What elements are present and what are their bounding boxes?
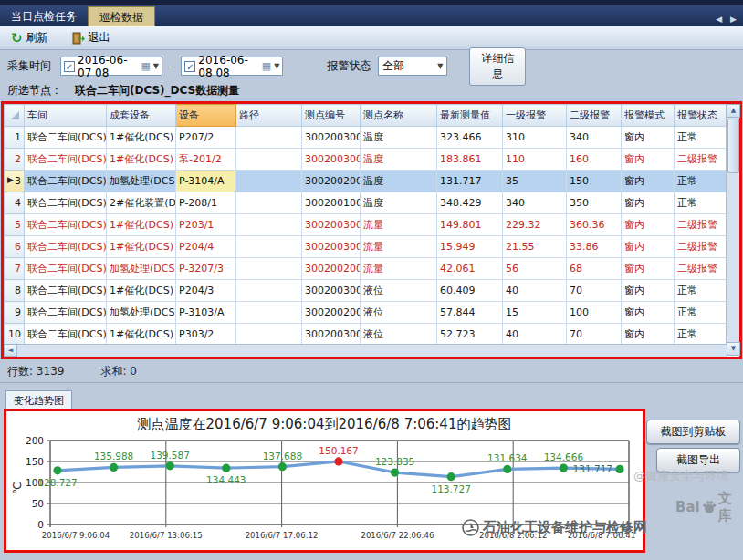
refresh-label: 刷新	[26, 30, 48, 46]
refresh-button[interactable]: ↻ 刷新	[5, 28, 54, 47]
svg-text:2016/6/7 17:06:12: 2016/6/7 17:06:12	[246, 531, 319, 540]
refresh-icon: ↻	[11, 33, 23, 44]
cell: 联合二车间(DCS)	[25, 214, 107, 236]
column-header-9[interactable]: 二级报警	[567, 105, 622, 127]
cell	[236, 192, 302, 214]
tab-daily-inspection[interactable]: 当日点检任务	[0, 5, 88, 26]
cell: 窗内	[622, 192, 675, 214]
cell: 300200200...	[302, 258, 361, 280]
column-header-7[interactable]: 最新测量值	[437, 105, 503, 127]
row-number: 6	[5, 236, 25, 258]
cell: P204/3	[176, 280, 236, 302]
table-row[interactable]: ▶3联合二车间(DCS)加氢处理(DCS)P-3104/A300200200..…	[5, 171, 727, 192]
tab-trend-chart[interactable]: 变化趋势图	[5, 390, 72, 410]
column-header-3[interactable]: 设备	[176, 105, 236, 127]
alarm-state-select[interactable]: 全部 ▼	[378, 57, 447, 76]
tab-scroll-arrows-icon[interactable]: ◀ ▶	[716, 15, 739, 24]
wenku-text: 文库	[718, 490, 743, 524]
row-number: ▶3	[5, 171, 25, 192]
tab-patrol-data[interactable]: 巡检数据	[88, 6, 155, 26]
cell: 加氢处理(DCS)	[107, 258, 176, 280]
table-row[interactable]: 10联合二车间(DCS)1#催化(DCS)P303/2300200300...液…	[5, 324, 727, 346]
cell	[236, 149, 302, 171]
table-row[interactable]: 7联合二车间(DCS)加氢处理(DCS)P-3207/3300200200...…	[5, 258, 727, 280]
time-from-picker[interactable]: ✓ 2016-06-07 08 ▦ ▼	[60, 57, 162, 76]
watermark-baidu-wenku: Bai 文库	[675, 490, 743, 524]
cell: 340	[567, 127, 622, 149]
table-row[interactable]: 1联合二车间(DCS)1#催化(DCS)P207/2300200300...温度…	[5, 127, 727, 149]
cell: 131.717	[437, 171, 503, 192]
cell: 40	[503, 324, 567, 346]
cell: 窗内	[622, 214, 675, 236]
table-row[interactable]: 8联合二车间(DCS)1#催化(DCS)P204/3300200300...液位…	[5, 280, 727, 302]
cell: 温度	[361, 127, 437, 149]
dropdown-caret-icon[interactable]: ▼	[153, 62, 159, 70]
trend-line-chart: 0501001502002016/6/7 9:06:042016/6/7 13:…	[10, 435, 644, 552]
checkbox-checked-icon[interactable]: ✓	[64, 61, 75, 72]
cell	[236, 214, 302, 236]
column-header-10[interactable]: 报警模式	[622, 105, 675, 127]
svg-text:150: 150	[26, 456, 44, 467]
exit-button[interactable]: 退出	[67, 28, 116, 47]
cell: 300200300...	[302, 236, 361, 258]
scroll-left-icon[interactable]: ◄	[4, 344, 17, 357]
corner-triangle-icon	[11, 111, 19, 119]
cell: 二级报警	[675, 236, 727, 258]
cell: 1#催化(DCS)	[107, 127, 176, 149]
svg-text:2016/6/7 22:06:46: 2016/6/7 22:06:46	[361, 531, 434, 540]
svg-text:200: 200	[26, 435, 44, 446]
cell: 35	[503, 171, 567, 192]
cell: 流量	[361, 214, 437, 236]
table-row[interactable]: 4联合二车间(DCS)2#催化装置(DCS)P-208/1300200100..…	[5, 192, 727, 214]
scroll-up-icon[interactable]: ▲	[727, 104, 740, 118]
vertical-scrollbar[interactable]: ▲ ▼	[726, 104, 739, 356]
cell: 323.466	[437, 127, 503, 149]
cell: 348.429	[437, 192, 503, 214]
cell: 33.86	[567, 236, 622, 258]
cell: 57.844	[437, 302, 503, 324]
column-header-1[interactable]: 车间	[25, 105, 107, 127]
cell: 流量	[361, 236, 437, 258]
cell: 2#催化装置(DCS)	[107, 192, 176, 214]
checkbox-checked-icon[interactable]: ✓	[184, 61, 195, 72]
sum-value: 求和: 0	[100, 364, 137, 380]
screenshot-export-button[interactable]: 截图导出	[656, 448, 740, 472]
cell: P203/1	[176, 214, 236, 236]
column-header-11[interactable]: 报警状态	[675, 105, 727, 127]
select-all-corner[interactable]	[5, 105, 25, 127]
time-to-picker[interactable]: ✓ 2016-06-08 08 ▦ ▼	[181, 57, 283, 76]
horizontal-scrollbar[interactable]: ◄	[4, 344, 727, 357]
column-header-4[interactable]: 路径	[236, 105, 302, 127]
cell: 液位	[361, 280, 437, 302]
table-row[interactable]: 5联合二车间(DCS)1#催化(DCS)P203/1300200300...流量…	[5, 214, 727, 236]
scroll-down-icon[interactable]: ▼	[727, 342, 740, 356]
y-axis-unit-label: ℃	[11, 482, 24, 493]
column-header-2[interactable]: 成套设备	[107, 105, 176, 127]
cell: P-3104/A	[176, 171, 236, 192]
column-header-6[interactable]: 测点名称	[361, 105, 437, 127]
column-header-5[interactable]: 测点编号	[302, 105, 361, 127]
screenshot-to-clipboard-button[interactable]: 截图到剪贴板	[646, 420, 740, 444]
selected-node-row: 所选节点： 联合二车间(DCS)_DCS数据测量	[0, 83, 743, 101]
cell: 149.801	[437, 214, 503, 236]
cell: 21.55	[503, 236, 567, 258]
cell: 100	[567, 302, 622, 324]
cell: 15	[503, 302, 567, 324]
cell: 300200300...	[302, 280, 361, 302]
dropdown-caret-icon[interactable]: ▼	[274, 62, 279, 70]
cell: 联合二车间(DCS)	[25, 149, 107, 171]
column-header-8[interactable]: 一级报警	[503, 105, 567, 127]
table-body: 1联合二车间(DCS)1#催化(DCS)P207/2300200300...温度…	[5, 127, 727, 346]
cell: 56	[503, 258, 567, 280]
cell	[236, 280, 302, 302]
cell: 窗内	[622, 280, 675, 302]
cell: 68	[567, 258, 622, 280]
table-row[interactable]: 6联合二车间(DCS)1#催化(DCS)P204/4300200300...流量…	[5, 236, 727, 258]
svg-text:2016/6/8 2:06:12: 2016/6/8 2:06:12	[479, 531, 547, 540]
table-row[interactable]: 9联合二车间(DCS)加氢处理(DCS)P-3103/A300200200...…	[5, 302, 727, 324]
cell: 二级报警	[675, 258, 727, 280]
scrollbar-thumb[interactable]	[727, 119, 739, 173]
cell: 窗内	[622, 127, 675, 149]
table-row[interactable]: 2联合二车间(DCS)1#催化(DCS)泵-201/2300200300...温…	[5, 149, 727, 171]
detail-info-button[interactable]: 详细信息	[469, 47, 526, 86]
